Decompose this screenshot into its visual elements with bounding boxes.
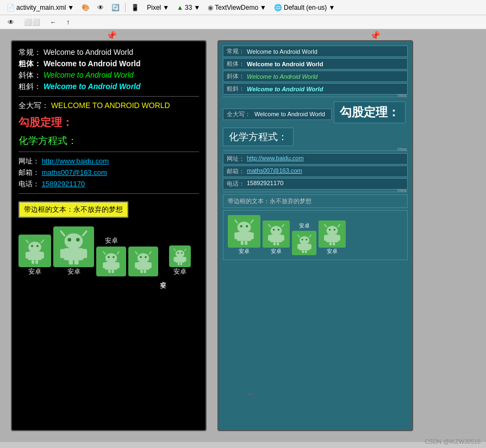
email-row: 邮箱： maths007@163.com xyxy=(18,168,199,178)
svg-rect-39 xyxy=(137,262,149,269)
watermark: CSDN @IKZWJ0516 xyxy=(425,438,481,445)
toolbar2: 👁 ⬜⬜ ← ↑ xyxy=(0,15,486,29)
android-item-3: 安卓 xyxy=(96,236,126,276)
chevron-down-icon: ▼ xyxy=(67,4,74,11)
svg-point-80 xyxy=(306,238,307,240)
android-item-5: 安卓 xyxy=(169,245,191,276)
android-img-4 xyxy=(128,247,158,276)
teal-android-4: 安卓 xyxy=(319,220,346,255)
svg-rect-62 xyxy=(234,232,238,239)
teal-phone-row: 电话： 15892921170 xyxy=(223,178,408,190)
teal-pythagorean: 勾股定理： xyxy=(334,102,406,123)
url-row: 网址： http://www.baidu.com xyxy=(18,156,199,166)
teal-android-area: 安卓 xyxy=(223,210,408,260)
svg-rect-28 xyxy=(105,262,117,269)
pythagorean-text: 勾股定理： xyxy=(18,115,199,130)
svg-point-24 xyxy=(108,256,110,258)
arrow-left[interactable]: ← xyxy=(48,18,59,26)
arrow-up[interactable]: ↑ xyxy=(64,18,72,26)
svg-point-79 xyxy=(301,238,303,240)
svg-rect-29 xyxy=(103,262,105,268)
border-text: 带边框的文本：永不放弃的梦想 xyxy=(18,198,199,221)
svg-rect-98 xyxy=(333,242,335,245)
text-italic-row: 斜体： Welcome to Android World xyxy=(18,71,199,80)
svg-point-34 xyxy=(138,253,149,263)
phone-row: 电话： 15892921170 xyxy=(18,179,199,189)
svg-rect-64 xyxy=(241,241,244,245)
svg-rect-19 xyxy=(82,249,87,258)
svg-rect-18 xyxy=(60,249,65,258)
svg-rect-42 xyxy=(140,270,143,273)
design-icon-btn[interactable]: 🎨 xyxy=(79,4,92,11)
svg-point-12 xyxy=(65,234,83,249)
svg-point-78 xyxy=(299,236,309,244)
svg-point-89 xyxy=(326,226,338,236)
pin-left: 📌 xyxy=(106,30,117,41)
svg-rect-9 xyxy=(32,260,34,264)
android-item-2: 安卓 xyxy=(53,226,94,276)
svg-point-67 xyxy=(270,226,282,236)
view-separator-2: View xyxy=(223,150,408,151)
teal-italic-row: 斜体： Welcome to Android World xyxy=(223,71,408,82)
svg-rect-53 xyxy=(178,263,179,266)
svg-point-14 xyxy=(76,238,80,242)
chemistry-text: 化学方程式： xyxy=(18,134,199,147)
android-item-1: 安卓 xyxy=(18,235,51,276)
text-normal-row: 常规： Welcome to Android World xyxy=(18,48,199,58)
teal-chemistry: 化学方程式： xyxy=(223,128,294,146)
svg-point-46 xyxy=(178,253,179,254)
svg-rect-94 xyxy=(326,235,339,242)
svg-rect-30 xyxy=(116,262,119,268)
svg-point-90 xyxy=(329,229,331,231)
svg-rect-74 xyxy=(282,235,284,241)
toolbar: 📄 activity_main.xml ▼ 🎨 👁 🔄 📱 Pixel ▼ ▲ … xyxy=(0,0,486,15)
svg-point-91 xyxy=(334,229,336,231)
svg-rect-97 xyxy=(329,242,332,245)
svg-rect-84 xyxy=(297,244,300,249)
eye-icon-btn[interactable]: 👁 xyxy=(95,4,106,11)
svg-rect-7 xyxy=(26,252,29,258)
android-img-2 xyxy=(53,226,94,267)
svg-point-47 xyxy=(181,253,183,254)
text-italic-bold-row: 粗斜： Welcome to Android World xyxy=(18,82,199,92)
file-tab[interactable]: 📄 activity_main.xml ▼ xyxy=(4,4,76,11)
svg-point-57 xyxy=(240,225,242,228)
svg-rect-96 xyxy=(338,235,340,241)
svg-point-25 xyxy=(113,256,115,258)
view-separator-1: View xyxy=(223,97,408,97)
svg-rect-21 xyxy=(74,260,79,264)
chevron-down-icon: ▼ xyxy=(194,4,200,11)
svg-rect-61 xyxy=(236,232,251,241)
pixel-selector[interactable]: Pixel ▼ xyxy=(145,4,171,11)
teal-android-row: 安卓 xyxy=(228,215,403,255)
app-name[interactable]: ◉ TextViewDemo ▼ xyxy=(205,4,269,11)
svg-point-56 xyxy=(238,222,251,233)
svg-rect-17 xyxy=(64,248,83,260)
teal-bold-row: 粗体： Welcome to Android World xyxy=(223,58,408,70)
svg-rect-85 xyxy=(309,244,311,249)
svg-rect-41 xyxy=(148,262,151,268)
svg-rect-43 xyxy=(144,270,146,273)
android-row: 安卓 xyxy=(18,226,199,276)
svg-rect-86 xyxy=(302,250,304,253)
svg-point-3 xyxy=(36,245,39,247)
eye-icon2[interactable]: 👁 xyxy=(5,18,16,26)
api-badge[interactable]: ▲ 33 ▼ xyxy=(175,4,202,11)
teal-android-2: 安卓 xyxy=(263,220,290,255)
svg-rect-20 xyxy=(68,260,73,264)
refresh-icon-btn[interactable]: 🔄 xyxy=(109,4,122,11)
teal-android-1: 安卓 xyxy=(228,215,260,255)
sep1 xyxy=(125,3,126,12)
svg-rect-87 xyxy=(304,250,307,253)
phone-preview-left: 常规： Welcome to Android World 粗体： Welcome… xyxy=(11,40,207,431)
svg-rect-75 xyxy=(273,242,276,245)
svg-rect-52 xyxy=(184,257,186,261)
svg-rect-8 xyxy=(41,252,44,258)
svg-rect-51 xyxy=(174,257,176,261)
locale-selector[interactable]: 🌐 Default (en-us) ▼ xyxy=(272,4,337,11)
split-icon[interactable]: ⬜⬜ xyxy=(22,18,42,26)
svg-rect-50 xyxy=(176,257,185,263)
chevron-down-icon: ▼ xyxy=(328,4,335,11)
file-icon: 📄 xyxy=(7,4,15,11)
phone-icon: 📱 xyxy=(129,4,141,11)
